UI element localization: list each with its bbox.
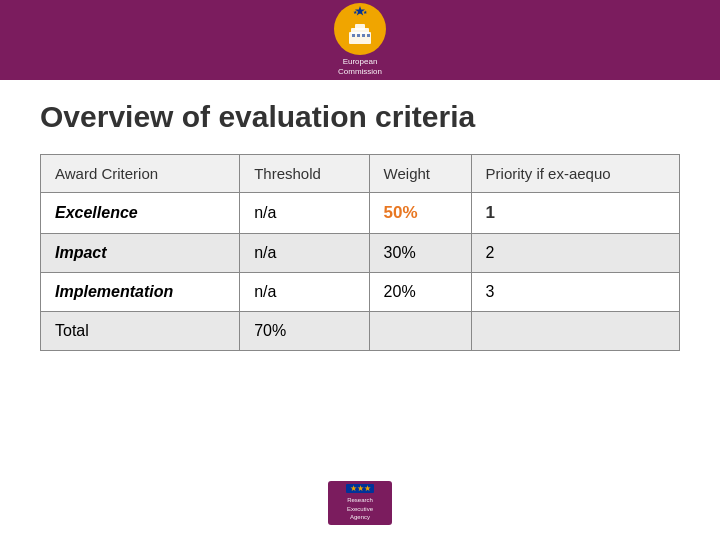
criterion-value: Impact bbox=[55, 244, 107, 261]
svg-text:★ ★ ★: ★ ★ ★ bbox=[353, 9, 369, 15]
weight-value: 50% bbox=[384, 203, 418, 222]
svg-rect-8 bbox=[367, 34, 370, 37]
svg-rect-7 bbox=[362, 34, 365, 37]
rea-logo-text: Research Executive Agency bbox=[347, 496, 373, 521]
rea-logo-box: ★★★ Research Executive Agency bbox=[328, 481, 392, 525]
cell-threshold: n/a bbox=[240, 273, 369, 312]
cell-criterion: Total bbox=[41, 312, 240, 351]
page-title: Overview of evaluation criteria bbox=[40, 100, 680, 134]
cell-criterion: Excellence bbox=[41, 193, 240, 234]
eu-logo-svg: ★ ★ ★ bbox=[335, 4, 385, 54]
logo-circle: ★ ★ ★ bbox=[334, 3, 386, 55]
svg-rect-4 bbox=[355, 24, 365, 30]
table-row: Excellence n/a 50% 1 bbox=[41, 193, 680, 234]
top-bar: ★ ★ ★ EuropeanCommission bbox=[0, 0, 720, 80]
cell-priority: 3 bbox=[471, 273, 679, 312]
col-header-threshold: Threshold bbox=[240, 155, 369, 193]
col-header-priority: Priority if ex-aequo bbox=[471, 155, 679, 193]
eu-flag-small: ★★★ bbox=[346, 484, 374, 493]
priority-value: 1 bbox=[486, 203, 495, 222]
cell-weight: 20% bbox=[369, 273, 471, 312]
criterion-value: Implementation bbox=[55, 283, 173, 300]
svg-rect-5 bbox=[352, 34, 355, 37]
evaluation-table: Award Criterion Threshold Weight Priorit… bbox=[40, 154, 680, 351]
col-header-weight: Weight bbox=[369, 155, 471, 193]
cell-threshold: n/a bbox=[240, 193, 369, 234]
cell-weight: 30% bbox=[369, 234, 471, 273]
cell-weight bbox=[369, 312, 471, 351]
table-row: Impact n/a 30% 2 bbox=[41, 234, 680, 273]
cell-criterion: Implementation bbox=[41, 273, 240, 312]
cell-threshold: n/a bbox=[240, 234, 369, 273]
cell-weight: 50% bbox=[369, 193, 471, 234]
eu-flag-stars: ★★★ bbox=[350, 484, 371, 493]
cell-criterion: Impact bbox=[41, 234, 240, 273]
bottom-logo: ★★★ Research Executive Agency bbox=[328, 481, 392, 525]
cell-threshold: 70% bbox=[240, 312, 369, 351]
cell-priority: 1 bbox=[471, 193, 679, 234]
logo-text: EuropeanCommission bbox=[338, 57, 382, 78]
cell-priority bbox=[471, 312, 679, 351]
cell-priority: 2 bbox=[471, 234, 679, 273]
svg-rect-6 bbox=[357, 34, 360, 37]
ec-logo: ★ ★ ★ EuropeanCommission bbox=[334, 3, 386, 78]
table-header-row: Award Criterion Threshold Weight Priorit… bbox=[41, 155, 680, 193]
criterion-value: Excellence bbox=[55, 204, 138, 221]
table-row: Implementation n/a 20% 3 bbox=[41, 273, 680, 312]
col-header-criterion: Award Criterion bbox=[41, 155, 240, 193]
table-row: Total 70% bbox=[41, 312, 680, 351]
main-content: Overview of evaluation criteria Award Cr… bbox=[0, 80, 720, 371]
